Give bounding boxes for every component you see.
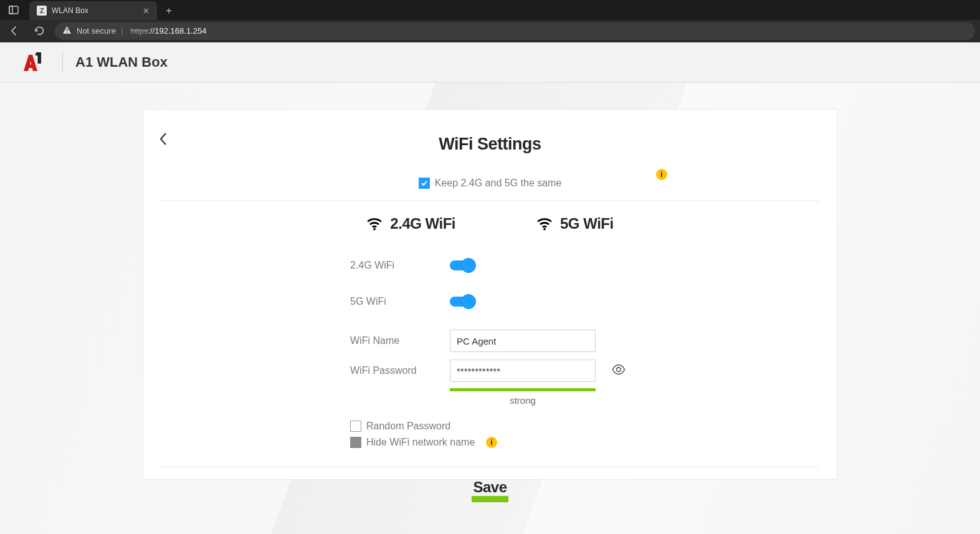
svg-point-5 bbox=[543, 228, 546, 231]
favicon-icon: Z bbox=[37, 6, 47, 16]
back-icon[interactable] bbox=[5, 22, 24, 41]
new-tab-button[interactable]: ＋ bbox=[159, 1, 178, 20]
label-24g: 2.4G WiFi bbox=[143, 260, 450, 271]
band-5: 5G WiFi bbox=[536, 215, 614, 232]
eye-icon bbox=[612, 364, 626, 375]
band-row: 2.4G WiFi 5G WiFi bbox=[143, 215, 837, 232]
refresh-icon[interactable] bbox=[30, 22, 49, 41]
keep-same-label: Keep 2.4G and 5G the same bbox=[435, 178, 562, 189]
wifi-icon bbox=[536, 217, 553, 231]
hide-ssid-label: Hide WiFi network name bbox=[366, 437, 475, 448]
router-header: A1 WLAN Box bbox=[0, 42, 980, 83]
toggle-5g[interactable] bbox=[450, 297, 473, 307]
random-password-label: Random Password bbox=[366, 421, 450, 432]
browser-titlebar: Z WLAN Box ✕ ＋ bbox=[0, 0, 980, 20]
hide-ssid-checkbox[interactable] bbox=[350, 437, 361, 448]
svg-rect-3 bbox=[67, 32, 67, 32]
settings-card: WiFi Settings Keep 2.4G and 5G the same … bbox=[143, 109, 837, 480]
keep-same-checkbox[interactable] bbox=[419, 178, 430, 189]
wifi-icon bbox=[366, 217, 383, 231]
url-warn: Not secure bbox=[77, 26, 116, 36]
svg-rect-1 bbox=[9, 6, 12, 14]
password-strength-bar bbox=[450, 388, 596, 391]
tab-wlan-box[interactable]: Z WLAN Box ✕ bbox=[29, 1, 157, 20]
label-5g: 5G WiFi bbox=[143, 296, 450, 307]
back-button[interactable] bbox=[143, 128, 183, 150]
svg-point-4 bbox=[374, 228, 376, 231]
toggle-24g[interactable] bbox=[450, 260, 473, 270]
svg-rect-2 bbox=[67, 29, 67, 31]
label-wifi-password: WiFi Password bbox=[143, 365, 450, 376]
label-wifi-name: WiFi Name bbox=[143, 335, 450, 346]
collections-icon[interactable] bbox=[0, 0, 27, 20]
band-24: 2.4G WiFi bbox=[366, 215, 455, 232]
save-button[interactable]: Save bbox=[472, 479, 508, 502]
show-password-button[interactable] bbox=[612, 364, 626, 378]
url-text: ://192.168.1.254 bbox=[148, 26, 206, 36]
hide-ssid-row: Hide WiFi network name i bbox=[350, 437, 820, 448]
chevron-left-icon bbox=[158, 131, 168, 146]
wifi-password-input[interactable] bbox=[450, 360, 596, 382]
random-password-checkbox[interactable] bbox=[350, 421, 361, 432]
header-title: A1 WLAN Box bbox=[75, 54, 168, 70]
tabs: Z WLAN Box ✕ ＋ bbox=[27, 0, 178, 20]
info-icon[interactable]: i bbox=[656, 169, 667, 180]
close-icon[interactable]: ✕ bbox=[143, 6, 150, 16]
header-divider bbox=[62, 52, 63, 72]
a1-logo bbox=[17, 51, 44, 74]
not-secure-icon bbox=[62, 26, 72, 36]
url-bar[interactable]: Not secure | https://192.168.1.254 bbox=[55, 22, 975, 40]
wifi-name-input[interactable] bbox=[450, 330, 596, 352]
password-strength-label: strong bbox=[450, 395, 596, 406]
page-title: WiFi Settings bbox=[143, 135, 837, 154]
keep-same-row: Keep 2.4G and 5G the same i bbox=[160, 178, 820, 201]
url-protocol: https bbox=[130, 26, 148, 36]
info-icon[interactable]: i bbox=[486, 437, 497, 448]
tab-title: WLAN Box bbox=[52, 6, 88, 15]
svg-rect-0 bbox=[9, 6, 18, 14]
random-password-row: Random Password bbox=[350, 421, 820, 432]
svg-point-6 bbox=[617, 368, 621, 372]
content-area: WiFi Settings Keep 2.4G and 5G the same … bbox=[0, 83, 980, 534]
browser-toolbar: Not secure | https://192.168.1.254 bbox=[0, 20, 980, 42]
